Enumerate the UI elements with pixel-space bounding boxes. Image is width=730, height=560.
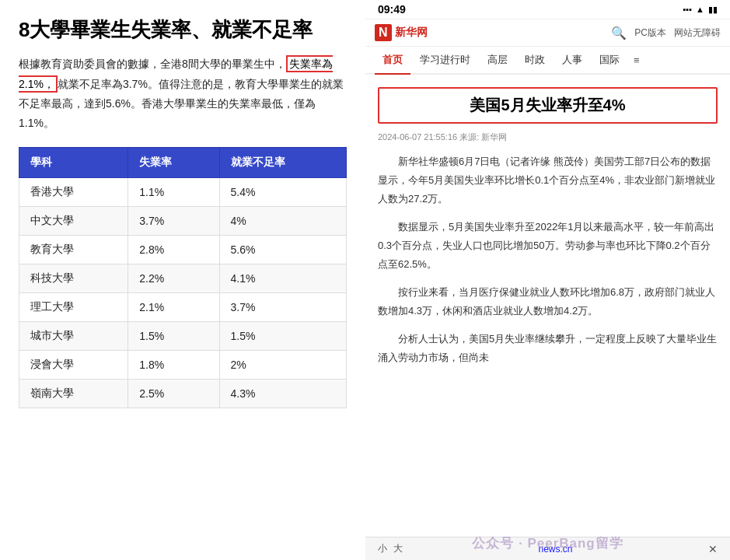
table-row: 香港大學1.1%5.4% bbox=[19, 178, 347, 207]
right-panel: 09:49 ▪▪▪ ▲ ▮▮ N 新华网 🔍 PC版本 网站无障碍 首页 学习进… bbox=[365, 0, 730, 560]
nav-more-icon[interactable]: ≡ bbox=[629, 48, 644, 72]
table-cell-6-2: 2% bbox=[219, 351, 346, 380]
article-para-3: 按行业来看，当月医疗保健业就业人数环比增加6.8万，政府部门就业人数增加4.3万… bbox=[378, 283, 718, 320]
left-intro: 根據教育資助委員會的數據，全港8間大學的畢業生中，失業率為2.1%，就業不足率為… bbox=[19, 54, 347, 133]
size-control[interactable]: 小 大 bbox=[378, 542, 403, 555]
table-cell-3-0: 科技大學 bbox=[19, 264, 128, 293]
table-cell-2-2: 5.6% bbox=[219, 236, 346, 264]
table-cell-0-0: 香港大學 bbox=[19, 178, 128, 207]
browser-header: N 新华网 🔍 PC版本 网站无障碍 bbox=[365, 19, 730, 47]
nav-item-highlevel[interactable]: 高层 bbox=[480, 47, 515, 73]
logo-xinhua: 新华网 bbox=[395, 26, 428, 40]
intro-before-highlight: 根據教育資助委員會的數據，全港8間大學的畢業生中， bbox=[19, 58, 286, 70]
article-para-2: 数据显示，5月美国失业率升至2022年1月以来最高水平，较一年前高出0.3个百分… bbox=[378, 218, 718, 274]
browser-actions[interactable]: 🔍 PC版本 网站无障碍 bbox=[611, 26, 721, 40]
article-area[interactable]: 美国5月失业率升至4% 2024-06-07 21:55:16 来源: 新华网 … bbox=[365, 75, 730, 537]
table-header-row: 學科 失業率 就業不足率 bbox=[19, 148, 347, 178]
article-meta: 2024-06-07 21:55:16 来源: 新华网 bbox=[378, 131, 718, 143]
table-row: 浸會大學1.8%2% bbox=[19, 351, 347, 380]
status-bar: 09:49 ▪▪▪ ▲ ▮▮ bbox=[365, 0, 730, 19]
size-large-label[interactable]: 大 bbox=[393, 542, 403, 555]
unemployment-table: 學科 失業率 就業不足率 香港大學1.1%5.4%中文大學3.7%4%教育大學2… bbox=[19, 147, 347, 408]
table-cell-7-0: 嶺南大學 bbox=[19, 380, 128, 408]
table-cell-4-0: 理工大學 bbox=[19, 293, 128, 322]
article-headline: 美国5月失业率升至4% bbox=[378, 87, 718, 124]
table-cell-4-2: 3.7% bbox=[219, 293, 346, 322]
wifi-icon: ▲ bbox=[696, 5, 704, 14]
nav-bar: 首页 学习进行时 高层 时政 人事 国际 ≡ bbox=[365, 47, 730, 75]
nav-item-home[interactable]: 首页 bbox=[375, 47, 410, 75]
bottom-bar: 小 大 news.cn ✕ bbox=[365, 537, 730, 560]
nav-item-study[interactable]: 学习进行时 bbox=[412, 47, 478, 73]
nav-item-personnel[interactable]: 人事 bbox=[554, 47, 590, 73]
table-cell-5-1: 1.5% bbox=[128, 322, 219, 351]
article-para-4: 分析人士认为，美国5月失业率继续攀升，一定程度上反映了大量毕业生涌入劳动力市场，… bbox=[378, 330, 718, 367]
intro-after-highlight: 就業不足率為3.7%。值得注意的是，教育大學畢業生的就業不足率最高，達到5.6%… bbox=[19, 78, 344, 129]
table-cell-0-2: 5.4% bbox=[219, 178, 346, 207]
table-cell-7-2: 4.3% bbox=[219, 380, 346, 408]
table-row: 科技大學2.2%4.1% bbox=[19, 264, 347, 293]
search-icon[interactable]: 🔍 bbox=[611, 26, 627, 40]
logo-box: N 新华网 bbox=[375, 24, 428, 41]
bottom-domain: news.cn bbox=[412, 544, 699, 555]
table-cell-7-1: 2.5% bbox=[128, 380, 219, 408]
table-row: 教育大學2.8%5.6% bbox=[19, 236, 347, 264]
phone-content: 09:49 ▪▪▪ ▲ ▮▮ N 新华网 🔍 PC版本 网站无障碍 首页 学习进… bbox=[365, 0, 730, 560]
table-row: 理工大學2.1%3.7% bbox=[19, 293, 347, 322]
table-cell-4-1: 2.1% bbox=[128, 293, 219, 322]
article-para-1: 新华社华盛顿6月7日电（记者许缘 熊茂伶）美国劳工部7日公布的数据显示，今年5月… bbox=[378, 152, 718, 208]
left-panel: 8大學畢業生失業率、就業不足率 根據教育資助委員會的數據，全港8間大學的畢業生中… bbox=[0, 0, 365, 560]
logo-n-letter: N bbox=[375, 24, 392, 41]
table-cell-0-1: 1.1% bbox=[128, 178, 219, 207]
table-cell-5-2: 1.5% bbox=[219, 322, 346, 351]
signal-icon: ▪▪▪ bbox=[683, 5, 692, 14]
col-header-subject: 學科 bbox=[19, 148, 128, 178]
table-cell-3-2: 4.1% bbox=[219, 264, 346, 293]
table-cell-6-0: 浸會大學 bbox=[19, 351, 128, 380]
nav-item-politics[interactable]: 时政 bbox=[517, 47, 553, 73]
table-row: 城市大學1.5%1.5% bbox=[19, 322, 347, 351]
col-header-underemployment: 就業不足率 bbox=[219, 148, 346, 178]
table-cell-3-1: 2.2% bbox=[128, 264, 219, 293]
bottom-close-icon[interactable]: ✕ bbox=[708, 543, 718, 555]
table-cell-1-0: 中文大學 bbox=[19, 207, 128, 236]
col-header-unemployment: 失業率 bbox=[128, 148, 219, 178]
table-row: 中文大學3.7%4% bbox=[19, 207, 347, 236]
status-icons: ▪▪▪ ▲ ▮▮ bbox=[683, 5, 718, 15]
battery-icon: ▮▮ bbox=[708, 5, 718, 15]
pc-version-link[interactable]: PC版本 bbox=[634, 26, 666, 40]
nav-item-intl[interactable]: 国际 bbox=[592, 47, 627, 73]
table-cell-1-2: 4% bbox=[219, 207, 346, 236]
accessible-link[interactable]: 网站无障碍 bbox=[674, 26, 721, 40]
table-cell-6-1: 1.8% bbox=[128, 351, 219, 380]
table-cell-5-0: 城市大學 bbox=[19, 322, 128, 351]
table-cell-2-0: 教育大學 bbox=[19, 236, 128, 264]
left-title: 8大學畢業生失業率、就業不足率 bbox=[19, 16, 347, 44]
article-body: 新华社华盛顿6月7日电（记者许缘 熊茂伶）美国劳工部7日公布的数据显示，今年5月… bbox=[378, 152, 718, 367]
table-row: 嶺南大學2.5%4.3% bbox=[19, 380, 347, 408]
size-small-label[interactable]: 小 bbox=[378, 542, 387, 555]
status-time: 09:49 bbox=[378, 3, 406, 16]
table-cell-2-1: 2.8% bbox=[128, 236, 219, 264]
table-cell-1-1: 3.7% bbox=[128, 207, 219, 236]
